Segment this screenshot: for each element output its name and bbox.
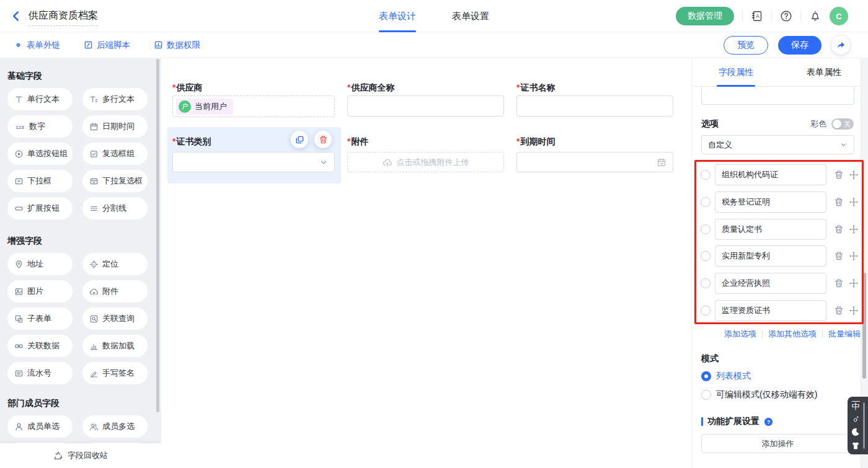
toolbar-right: 预览 保存 — [724, 36, 850, 55]
copy-field-button[interactable] — [291, 131, 308, 148]
add-action-button[interactable]: 添加操作 — [701, 434, 854, 453]
question-badge-icon[interactable]: ? — [764, 417, 773, 426]
option-radio[interactable] — [701, 224, 711, 234]
sidebar-item-member-single[interactable]: 成员单选 — [7, 415, 73, 438]
option-radio[interactable] — [701, 251, 711, 261]
sidebar-item-multi-text[interactable]: 多行文本 — [82, 88, 148, 110]
add-option-link[interactable]: 添加选项 — [724, 329, 756, 340]
bell-icon[interactable] — [809, 10, 822, 22]
option-input[interactable] — [715, 192, 826, 213]
form-external-link[interactable]: 表单外链 — [14, 40, 60, 51]
shirt-icon[interactable] — [851, 441, 860, 450]
batch-edit-link[interactable]: 批量编辑 — [828, 329, 861, 340]
option-input[interactable] — [715, 219, 826, 240]
sidebar-item-lookup[interactable]: 关联查询 — [82, 307, 148, 330]
trash-icon[interactable] — [834, 197, 844, 207]
tab-field-properties[interactable]: 字段属性 — [692, 58, 780, 86]
selected-field-certificate-type[interactable]: 证书类别 — [167, 127, 341, 183]
trash-icon[interactable] — [834, 306, 844, 316]
color-toggle[interactable]: 关 — [831, 118, 854, 130]
move-icon[interactable] — [849, 170, 859, 180]
sidebar-item-divider[interactable]: 分割线 — [82, 197, 148, 219]
option-input[interactable] — [715, 164, 826, 185]
sidebar-item-select[interactable]: 下拉框 — [7, 170, 73, 192]
basic-field-grid: 单行文本 多行文本 123数字 日期时间 单选按钮组 复选框组 下拉框 下拉复选… — [7, 88, 148, 219]
chip-label: 成员单选 — [27, 421, 60, 432]
help-icon[interactable] — [780, 10, 792, 22]
sidebar-item-data-load[interactable]: 数据加载 — [82, 335, 148, 357]
option-radio[interactable] — [701, 170, 711, 180]
field-name-input[interactable] — [701, 87, 854, 105]
sidebar-item-subform[interactable]: 子表单 — [7, 307, 73, 330]
tab-form-settings[interactable]: 表单设置 — [452, 0, 489, 32]
sidebar-item-number[interactable]: 123数字 — [7, 115, 73, 138]
backend-script-link[interactable]: 后端脚本 — [84, 40, 130, 51]
sidebar-item-linked-data[interactable]: 关联数据 — [7, 335, 73, 357]
move-icon[interactable] — [849, 224, 859, 234]
supplier-full-name-field[interactable] — [347, 95, 504, 117]
permission-icon — [154, 40, 163, 50]
chevron-down-icon — [839, 141, 848, 149]
option-radio[interactable] — [701, 197, 711, 207]
floating-plugin-widget[interactable]: 中 — [848, 397, 868, 454]
sidebar-item-signature[interactable]: 手写签名 — [82, 362, 148, 384]
certificate-name-field[interactable] — [516, 95, 673, 117]
move-icon[interactable] — [849, 306, 859, 316]
trash-icon[interactable] — [834, 170, 844, 180]
data-manage-button[interactable]: 数据管理 — [676, 7, 734, 25]
sidebar-item-datetime[interactable]: 日期时间 — [82, 115, 148, 138]
sidebar-item-serial-number[interactable]: 流水号 — [7, 362, 73, 384]
back-icon[interactable] — [10, 10, 22, 22]
tab-form-design[interactable]: 表单设计 — [379, 0, 416, 32]
sidebar-item-checkbox-group[interactable]: 复选框组 — [82, 143, 148, 165]
mode-editable-radio[interactable]: 可编辑模式(仅移动端有效) — [701, 389, 817, 400]
cursor-icon[interactable] — [852, 416, 859, 423]
option-source-select[interactable]: 自定义 — [701, 135, 854, 154]
share-button[interactable] — [831, 36, 850, 55]
sidebar-item-expand-button[interactable]: 扩展按钮 — [7, 197, 73, 219]
option-input[interactable] — [715, 245, 826, 267]
attachment-upload[interactable]: 点击或拖拽附件上传 — [347, 152, 504, 172]
expire-time-field[interactable] — [516, 152, 673, 172]
avatar[interactable]: C — [830, 7, 848, 25]
trash-icon[interactable] — [834, 251, 844, 261]
current-user-tag[interactable]: 户 当前用户 — [176, 99, 233, 115]
sidebar-item-member-multi[interactable]: 成员多选 — [82, 415, 148, 438]
chip-label: 复选框组 — [102, 148, 135, 159]
sidebar-item-single-text[interactable]: 单行文本 — [7, 88, 73, 110]
tab-form-properties[interactable]: 表单属性 — [780, 58, 868, 86]
sidebar-item-image[interactable]: 图片 — [7, 280, 73, 302]
sidebar-item-attachment[interactable]: 附件 — [82, 280, 148, 302]
language-icon[interactable]: 中 — [852, 401, 860, 411]
option-input[interactable] — [715, 300, 826, 321]
trash-icon[interactable] — [834, 278, 844, 288]
panel-scroll-thumb[interactable] — [862, 273, 866, 379]
sidebar-item-radio-group[interactable]: 单选按钮组 — [7, 143, 73, 165]
option-radio[interactable] — [701, 306, 711, 316]
data-permission-link[interactable]: 数据权限 — [154, 40, 200, 51]
manual-icon[interactable]: A — [751, 10, 763, 22]
mode-option-label: 列表模式 — [716, 371, 751, 382]
field-recycle-bin[interactable]: 字段回收站 — [0, 443, 161, 468]
add-other-option-link[interactable]: 添加其他选项 — [768, 329, 817, 340]
supplier-field[interactable]: 户 当前用户 — [172, 95, 335, 117]
mode-list-radio[interactable]: 列表模式 — [701, 371, 751, 382]
sidebar-scrollbar[interactable] — [156, 59, 159, 412]
delete-field-button[interactable] — [314, 131, 332, 148]
certificate-type-select[interactable] — [172, 152, 335, 172]
cloud-upload-icon — [383, 157, 392, 167]
move-icon[interactable] — [849, 278, 859, 288]
option-input[interactable] — [715, 273, 826, 294]
preview-button[interactable]: 预览 — [724, 36, 768, 55]
trash-icon[interactable] — [834, 224, 844, 234]
sidebar-item-locate[interactable]: 定位 — [82, 253, 148, 275]
move-icon[interactable] — [849, 197, 859, 207]
option-radio[interactable] — [701, 278, 711, 288]
moon-icon[interactable] — [851, 428, 860, 436]
move-icon[interactable] — [849, 251, 859, 261]
save-button[interactable]: 保存 — [778, 36, 822, 55]
sidebar-item-address[interactable]: 地址 — [7, 253, 73, 275]
widget-handle[interactable] — [863, 402, 865, 449]
sidebar-item-multi-select[interactable]: 下拉复选框 — [82, 170, 148, 192]
trash-icon — [319, 135, 328, 144]
